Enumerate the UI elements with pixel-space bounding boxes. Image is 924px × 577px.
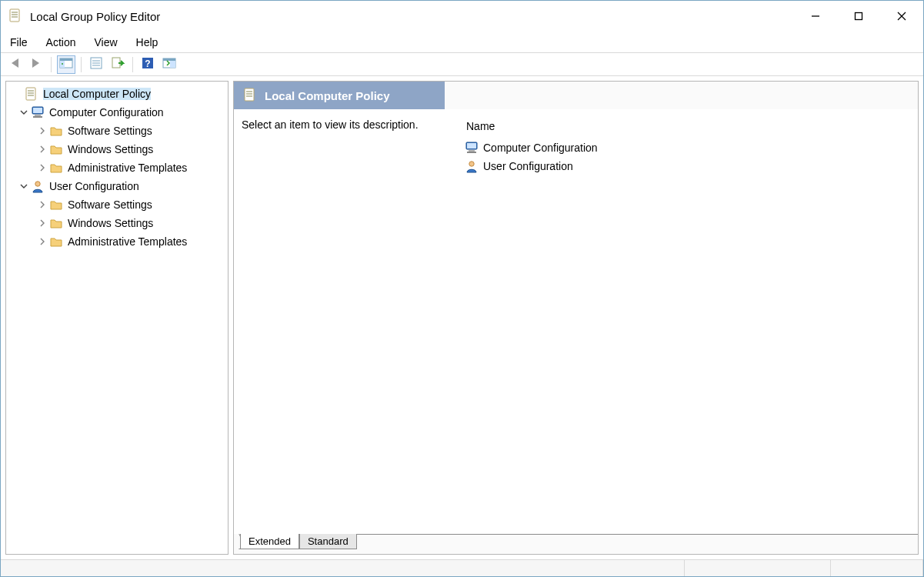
help-icon xyxy=(141,56,155,72)
list-item[interactable]: User Configuration xyxy=(463,157,912,175)
tree-item-us[interactable]: Software Settings xyxy=(8,195,226,214)
user-icon xyxy=(31,179,45,193)
tree-item-label: Windows Settings xyxy=(68,217,153,229)
tree-item-label: Windows Settings xyxy=(68,143,153,155)
chevron-right-icon[interactable] xyxy=(37,199,48,210)
status-cell xyxy=(831,560,923,576)
menu-file[interactable]: File xyxy=(7,35,31,50)
tree-item-label: Local Computer Policy xyxy=(43,88,151,100)
toolbar-separator xyxy=(81,57,82,72)
tree-item-label: Administrative Templates xyxy=(68,162,187,174)
window-title: Local Group Policy Editor xyxy=(30,10,160,23)
description-prompt: Select an item to view its description. xyxy=(242,118,419,131)
content-body: Local Computer PolicyComputer Configurat… xyxy=(1,76,923,559)
chevron-right-icon[interactable] xyxy=(37,144,48,155)
close-button[interactable] xyxy=(880,1,923,32)
folder-icon xyxy=(49,198,63,212)
tree-pane[interactable]: Local Computer PolicyComputer Configurat… xyxy=(5,81,228,555)
tab-extended[interactable]: Extended xyxy=(240,534,299,549)
tree-item-root[interactable]: Local Computer Policy xyxy=(8,85,226,103)
toolbar-separator xyxy=(51,57,52,72)
title-bar: Local Group Policy Editor xyxy=(1,1,923,32)
show-hide-console-tree-button[interactable] xyxy=(57,55,75,74)
chevron-right-icon[interactable] xyxy=(37,162,48,173)
svg-rect-24 xyxy=(856,13,862,20)
window: Local Group Policy Editor File Action Vi… xyxy=(0,0,924,577)
help-button[interactable] xyxy=(138,55,157,74)
export-list-button[interactable] xyxy=(108,55,127,74)
user-icon xyxy=(465,159,479,173)
list-column-header[interactable]: Name xyxy=(463,118,912,134)
computer-icon xyxy=(465,141,479,155)
tree-item-label: Computer Configuration xyxy=(49,106,164,118)
show-hide-action-pane-button[interactable] xyxy=(160,55,178,74)
detail-header: Local Computer Policy xyxy=(234,82,918,109)
chevron-down-icon[interactable] xyxy=(18,181,29,192)
maximize-button[interactable] xyxy=(837,1,880,32)
chevron-right-icon[interactable] xyxy=(37,218,48,228)
detail-body: Select an item to view its description. … xyxy=(234,109,918,534)
forward-button[interactable] xyxy=(27,55,45,74)
expander-empty xyxy=(12,88,23,99)
app-icon xyxy=(8,8,24,24)
policy-doc-icon xyxy=(25,87,38,101)
detail-tabs: Extended Standard xyxy=(234,534,918,554)
arrow-right-icon xyxy=(29,56,43,72)
tree-item-ca[interactable]: Administrative Templates xyxy=(8,158,226,177)
tree-item-uw[interactable]: Windows Settings xyxy=(8,214,226,232)
list-item-label: User Configuration xyxy=(483,160,573,172)
export-icon xyxy=(111,56,125,72)
tree-item-cs[interactable]: Software Settings xyxy=(8,122,226,140)
tree-item-cw[interactable]: Windows Settings xyxy=(8,140,226,158)
list-item[interactable]: Computer Configuration xyxy=(463,138,912,157)
status-cell xyxy=(685,560,831,576)
computer-icon xyxy=(31,105,45,119)
menu-bar: File Action View Help xyxy=(1,32,923,53)
properties-button[interactable] xyxy=(87,55,105,74)
menu-view[interactable]: View xyxy=(91,35,120,50)
back-button[interactable] xyxy=(5,55,24,74)
folder-icon xyxy=(49,142,63,156)
chevron-right-icon[interactable] xyxy=(37,236,48,247)
folder-icon xyxy=(49,235,63,248)
tree-item-label: User Configuration xyxy=(49,180,139,192)
minimize-button[interactable] xyxy=(794,1,837,32)
toolbar xyxy=(1,53,923,76)
list-item-label: Computer Configuration xyxy=(483,142,598,154)
menu-help[interactable]: Help xyxy=(133,35,162,50)
toolbar-separator xyxy=(132,57,133,72)
tab-standard[interactable]: Standard xyxy=(299,534,357,549)
policy-doc-icon xyxy=(243,88,257,104)
properties-icon xyxy=(89,56,103,72)
arrow-left-icon xyxy=(8,56,22,72)
tree-item-ua[interactable]: Administrative Templates xyxy=(8,232,226,251)
tree-item-label: Software Settings xyxy=(68,198,152,211)
action-pane-icon xyxy=(162,56,176,72)
list-column: Name Computer ConfigurationUser Configur… xyxy=(457,115,918,534)
chevron-right-icon[interactable] xyxy=(37,125,48,136)
tree-item-comp[interactable]: Computer Configuration xyxy=(8,103,226,122)
tree-item-user[interactable]: User Configuration xyxy=(8,177,226,195)
tree-item-label: Administrative Templates xyxy=(68,235,187,248)
status-bar xyxy=(1,559,923,576)
detail-pane: Local Computer Policy Select an item to … xyxy=(233,81,919,555)
folder-icon xyxy=(49,161,63,175)
console-tree-icon xyxy=(59,56,73,72)
chevron-down-icon[interactable] xyxy=(18,107,29,118)
folder-icon xyxy=(49,216,63,230)
folder-icon xyxy=(49,124,63,138)
detail-header-title: Local Computer Policy xyxy=(265,89,390,102)
status-cell xyxy=(1,560,685,576)
description-column: Select an item to view its description. xyxy=(234,115,457,534)
tree-item-label: Software Settings xyxy=(68,125,152,137)
menu-action[interactable]: Action xyxy=(43,35,79,50)
